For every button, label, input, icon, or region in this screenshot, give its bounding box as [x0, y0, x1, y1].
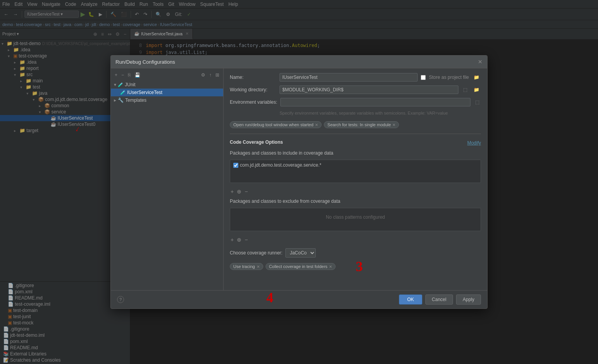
templates-icon: 🔧	[118, 98, 124, 103]
run-debug-dialog: Run/Debug Configurations ✕ + − ⎘ 💾 ⚙ ↑ ⊞	[110, 55, 488, 309]
dlg-junit-group[interactable]: ▾ 🧪 JUnit	[111, 81, 223, 89]
name-label: Name:	[230, 75, 276, 80]
chip-open-tool-window: Open run/debug tool window when started …	[230, 121, 322, 128]
red-arrow-annotation: ↓	[74, 124, 82, 134]
templates-label: Templates	[125, 98, 147, 103]
name-row: Name: Store as project file 📁	[230, 73, 481, 82]
env-vars-row: Environment variables: ⬚	[230, 98, 481, 106]
chip-collect-coverage: Collect coverage in test folders ✕	[266, 263, 336, 270]
cancel-button[interactable]: Cancel	[425, 294, 453, 305]
chip-open-label: Open run/debug tool window when started	[233, 122, 313, 127]
env-vars-input[interactable]	[280, 98, 470, 106]
chip-use-tracing: Use tracing ✕	[230, 263, 263, 270]
dlg-add-button[interactable]: +	[113, 71, 119, 78]
chip-collect-label: Collect coverage in test folders	[269, 264, 327, 269]
exclude-add2-btn[interactable]: ⊕	[236, 237, 242, 243]
dlg-templates[interactable]: ▸ 🔧 Templates	[111, 96, 223, 104]
dialog-right-panel: Name: Store as project file 📁 Working di…	[224, 68, 487, 290]
junit-group-arrow: ▾	[114, 82, 116, 87]
templates-arrow: ▸	[114, 98, 116, 103]
annotation-area	[230, 274, 481, 286]
dialog-left-panel: + − ⎘ 💾 ⚙ ↑ ⊞ ▾ 🧪 JUnit 🧪 IUse	[111, 68, 224, 290]
coverage-include-checkbox[interactable]	[233, 163, 238, 168]
exclude-add-btn[interactable]: +	[230, 237, 234, 243]
working-dir-expand-btn[interactable]: ⬚	[462, 86, 469, 93]
include-label: Packages and classes to include in cover…	[230, 150, 333, 156]
dialog-close-button[interactable]: ✕	[478, 59, 483, 65]
working-dir-input[interactable]	[280, 85, 458, 94]
help-button[interactable]: ?	[117, 296, 124, 303]
dlg-save-button[interactable]: 💾	[133, 71, 142, 78]
junit-group-label: JUnit	[125, 82, 135, 87]
working-dir-row: Working directory: ⬚ 📁	[230, 85, 481, 94]
divider-1	[230, 134, 481, 134]
coverage-title: Code Coverage Options	[230, 139, 283, 145]
dialog-footer: ? OK Cancel Apply	[111, 290, 487, 308]
env-hint: Specify environment variables, separate …	[230, 110, 481, 116]
include-add-btn[interactable]: +	[230, 188, 234, 195]
junit-item-label: IUserServiceTest	[127, 90, 163, 95]
env-vars-label: Environment variables:	[230, 99, 277, 105]
chip-tracing-label: Use tracing	[233, 264, 255, 269]
modify-link[interactable]: Modify	[467, 140, 481, 146]
name-input[interactable]	[280, 73, 418, 82]
runner-select[interactable]: JaCoCo IntelliJ	[285, 248, 316, 258]
dialog-left-toolbar: + − ⎘ 💾 ⚙ ↑ ⊞	[111, 71, 223, 79]
chip-tracing-close[interactable]: ✕	[257, 265, 260, 269]
env-vars-expand-btn[interactable]: ⬚	[474, 99, 481, 106]
dlg-share-button[interactable]: ↑	[208, 71, 213, 78]
runner-label: Choose coverage runner:	[230, 250, 282, 256]
chip-collect-close[interactable]: ✕	[329, 265, 332, 269]
dialog-overlay: Run/Debug Configurations ✕ + − ⎘ 💾 ⚙ ↑ ⊞	[0, 0, 598, 364]
dialog-body: + − ⎘ 💾 ⚙ ↑ ⊞ ▾ 🧪 JUnit 🧪 IUse	[111, 68, 487, 290]
apply-button[interactable]: Apply	[456, 294, 481, 305]
exclude-toolbar: + ⊕ −	[230, 237, 481, 243]
junit-item-icon: 🧪	[120, 90, 126, 95]
exclude-remove-btn[interactable]: −	[244, 237, 248, 243]
ok-button[interactable]: OK	[399, 294, 422, 305]
include-add2-btn[interactable]: ⊕	[236, 188, 242, 195]
working-dir-label: Working directory:	[230, 87, 276, 92]
working-dir-browse-btn[interactable]: 📁	[472, 86, 481, 93]
store-browse-icon[interactable]: 📁	[472, 74, 481, 81]
coverage-include-item: com.jd.jdt.demo.test.coverage.service.*	[232, 162, 479, 169]
chip-search-tests: Search for tests: In single module ✕	[324, 121, 399, 128]
exclude-empty-hint: No class patterns configured	[232, 210, 479, 225]
dialog-title: Run/Debug Configurations	[115, 59, 175, 65]
chip-open-close[interactable]: ✕	[315, 123, 318, 127]
dlg-junit-item[interactable]: 🧪 IUserServiceTest	[111, 89, 223, 96]
dialog-title-bar: Run/Debug Configurations ✕	[111, 56, 487, 68]
store-label: Store as project file	[429, 75, 469, 80]
junit-group-icon: 🧪	[118, 82, 123, 87]
store-checkbox[interactable]	[421, 75, 426, 80]
include-label-row: Packages and classes to include in cover…	[230, 150, 481, 156]
include-remove-btn[interactable]: −	[244, 188, 248, 195]
dlg-remove-button[interactable]: −	[120, 71, 126, 78]
coverage-header: Code Coverage Options Modify	[230, 139, 481, 146]
dlg-filter-button[interactable]: ⊞	[214, 71, 221, 78]
chip-search-label: Search for tests: In single module	[327, 122, 391, 127]
chips-row: Open run/debug tool window when started …	[230, 121, 481, 128]
bottom-chips: Use tracing ✕ Collect coverage in test f…	[230, 263, 481, 270]
exclude-label: Packages and classes to exclude from cov…	[230, 199, 340, 204]
dlg-copy-button[interactable]: ⎘	[126, 71, 132, 78]
coverage-include-value: com.jd.jdt.demo.test.coverage.service.*	[240, 162, 321, 168]
env-hint-text: Specify environment variables, separate …	[280, 111, 448, 115]
include-toolbar: + ⊕ −	[230, 188, 481, 195]
include-coverage-area: com.jd.jdt.demo.test.coverage.service.*	[230, 160, 481, 183]
exclude-label-row: Packages and classes to exclude from cov…	[230, 199, 481, 204]
chip-search-close[interactable]: ✕	[392, 123, 395, 127]
dialog-footer-buttons: OK Cancel Apply	[399, 294, 481, 305]
exclude-coverage-area: No class patterns configured	[230, 208, 481, 231]
runner-row: Choose coverage runner: JaCoCo IntelliJ	[230, 248, 481, 258]
dlg-settings-button[interactable]: ⚙	[199, 71, 207, 78]
